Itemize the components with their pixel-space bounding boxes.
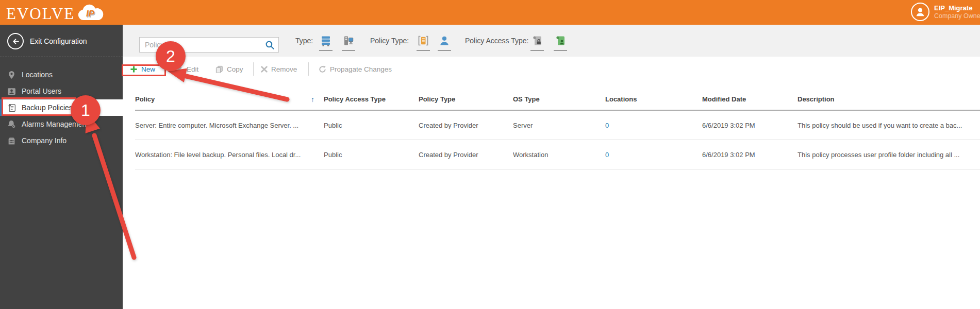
alarm-bell-gear-icon — [7, 120, 16, 129]
column-header-locations[interactable]: Locations — [605, 95, 702, 103]
cloud-ip-icon: IP IP — [76, 4, 105, 25]
filter-access-private-button[interactable] — [530, 35, 544, 51]
sidebar-item-label: Alarms Management — [22, 120, 88, 128]
table-header-row: Policy ↑ Policy Access Type Policy Type … — [135, 95, 980, 111]
sidebar-item-company-info[interactable]: Company Info — [0, 132, 123, 149]
column-header-policy-type[interactable]: Policy Type — [419, 95, 513, 103]
app-window: EVOLVE IP IP EIP_Migrate Company Owner — [0, 0, 980, 309]
policy-cell: Workstation: File level backup. Personal… — [135, 151, 324, 159]
policies-table: Policy ↑ Policy Access Type Policy Type … — [135, 95, 980, 169]
filter-bar: Type: Policy Type: — [123, 25, 980, 57]
filter-policy-type-provider-button[interactable] — [416, 35, 430, 51]
sidebar-menu: Locations Portal Users Backup Policies A… — [0, 66, 123, 149]
table-row[interactable]: Workstation: File level backup. Personal… — [135, 140, 980, 169]
grid-toolbar: New Edit Copy Remove — [123, 57, 980, 81]
policy-search-input[interactable] — [145, 38, 258, 52]
edit-button[interactable]: Edit — [176, 63, 198, 75]
top-header: EVOLVE IP IP EIP_Migrate Company Owner — [0, 0, 980, 25]
public-scroll-person-icon — [555, 35, 566, 48]
back-arrow-icon — [7, 33, 24, 49]
table-row[interactable]: Server: Entire computer. Microsoft Excha… — [135, 111, 980, 140]
column-header-modified-date[interactable]: Modified Date — [702, 95, 798, 103]
x-icon — [261, 66, 268, 73]
sidebar-item-label: Portal Users — [22, 87, 61, 95]
user-person-icon — [439, 35, 450, 48]
pencil-icon — [176, 65, 183, 73]
modified-date-cell: 6/6/2019 3:02 PM — [702, 151, 798, 159]
policy-search-box — [139, 37, 279, 53]
user-role: Company Owner — [934, 12, 980, 20]
column-header-os-type[interactable]: OS Type — [513, 95, 605, 103]
copy-icon — [215, 65, 223, 73]
sidebar-item-locations[interactable]: Locations — [0, 66, 123, 83]
propagate-changes-label: Propagate Changes — [330, 65, 392, 73]
exit-configuration-button[interactable]: Exit Configuration — [0, 32, 123, 50]
sidebar-divider — [0, 57, 123, 57]
type-filter-label: Type: — [295, 37, 313, 45]
sidebar-item-portal-users[interactable]: Portal Users — [0, 83, 123, 99]
propagate-changes-button[interactable]: Propagate Changes — [319, 63, 392, 75]
sidebar-item-label: Company Info — [22, 136, 67, 145]
toolbar-divider — [253, 62, 254, 76]
new-button-label: New — [141, 65, 155, 73]
locations-count-link[interactable]: 0 — [605, 151, 609, 159]
sidebar-item-label: Backup Policies — [22, 104, 73, 112]
column-header-policy[interactable]: Policy ↑ — [135, 95, 324, 104]
sidebar-item-label: Locations — [22, 71, 53, 79]
column-header-policy-access-type[interactable]: Policy Access Type — [324, 95, 419, 103]
os-type-cell: Workstation — [513, 151, 605, 159]
user-avatar-icon — [911, 3, 929, 21]
copy-button[interactable]: Copy — [215, 63, 243, 75]
description-cell: This policy should be used if you want t… — [798, 122, 980, 129]
map-pin-icon — [7, 71, 16, 79]
sort-ascending-icon[interactable]: ↑ — [311, 95, 314, 104]
policy-type-filter-label: Policy Type: — [370, 37, 409, 45]
server-icon — [320, 35, 331, 48]
building-icon — [7, 136, 16, 145]
scroll-policy-icon — [7, 104, 16, 112]
filter-access-public-button[interactable] — [553, 35, 568, 51]
filter-type-workstation-button[interactable] — [341, 35, 356, 51]
policy-access-type-filter-label: Policy Access Type: — [465, 37, 528, 45]
new-button[interactable]: New — [130, 63, 155, 75]
provider-scroll-icon — [418, 35, 429, 48]
refresh-icon — [319, 65, 326, 73]
locations-count-link[interactable]: 0 — [605, 122, 609, 129]
copy-button-label: Copy — [227, 65, 243, 73]
user-name: EIP_Migrate — [934, 4, 980, 12]
os-type-cell: Server — [513, 122, 605, 129]
plus-icon — [130, 65, 138, 73]
access-type-cell: Public — [324, 122, 419, 129]
main-content: Type: Policy Type: — [123, 25, 980, 309]
policy-type-cell: Created by Provider — [419, 151, 513, 159]
search-icon[interactable] — [265, 40, 275, 52]
filter-type-server-button[interactable] — [319, 35, 333, 51]
user-menu[interactable]: EIP_Migrate Company Owner — [911, 3, 980, 21]
column-header-description[interactable]: Description — [798, 95, 980, 103]
edit-button-label: Edit — [187, 65, 198, 73]
sidebar: Exit Configuration Locations Portal User… — [0, 25, 123, 309]
workstation-icon — [343, 35, 354, 48]
logo-text: EVOLVE — [6, 5, 75, 23]
description-cell: This policy processes user profile folde… — [798, 151, 980, 159]
access-type-cell: Public — [324, 151, 419, 159]
portal-user-icon — [7, 87, 16, 96]
policy-type-cell: Created by Provider — [419, 122, 513, 129]
sidebar-item-backup-policies[interactable]: Backup Policies — [0, 99, 123, 116]
evolve-ip-logo: EVOLVE IP IP — [6, 3, 105, 25]
remove-button[interactable]: Remove — [261, 63, 297, 75]
remove-button-label: Remove — [271, 65, 297, 73]
policy-cell: Server: Entire computer. Microsoft Excha… — [135, 122, 324, 129]
sidebar-item-alarms-management[interactable]: Alarms Management — [0, 116, 123, 132]
toolbar-divider — [308, 62, 309, 76]
svg-text:IP: IP — [86, 9, 95, 19]
modified-date-cell: 6/6/2019 3:02 PM — [702, 122, 798, 129]
private-scroll-lock-icon — [531, 35, 543, 48]
filter-policy-type-user-button[interactable] — [437, 35, 452, 51]
exit-configuration-label: Exit Configuration — [30, 37, 87, 45]
